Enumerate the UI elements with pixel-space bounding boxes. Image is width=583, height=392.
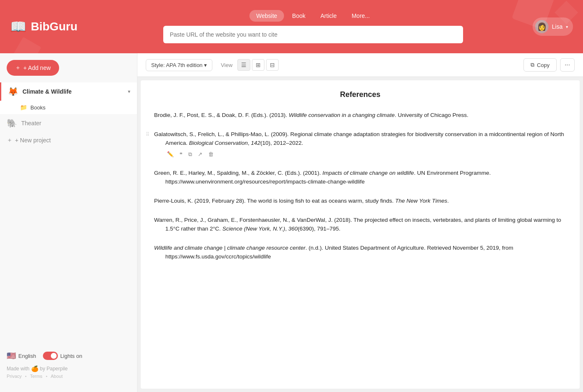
ref-text-5: Warren, R., Price, J., Graham, E., Forst…	[165, 216, 566, 233]
toolbar: Style: APA 7th edition ▾ View ☰ ⊞ ⊟ ⧉ Co…	[137, 53, 583, 77]
flag-icon: 🇺🇸	[7, 351, 16, 360]
terms-link[interactable]: Terms	[30, 374, 42, 379]
logo-text: BibGuru	[31, 20, 77, 33]
made-with-text: Made with	[7, 366, 30, 372]
plus-icon: ＋	[15, 64, 21, 72]
ref-entry-wrapper-6: Wildlife and climate change | climate ch…	[154, 243, 566, 261]
ref-entry-wrapper-5: Warren, R., Price, J., Graham, E., Forst…	[154, 216, 566, 233]
tab-more[interactable]: More...	[345, 10, 376, 22]
copy-icon: ⧉	[531, 62, 534, 68]
lights-toggle[interactable]: Lights on	[43, 352, 82, 360]
quote-ref-button[interactable]: ❝	[178, 150, 184, 159]
ref-text-6: Wildlife and climate change | climate ch…	[165, 243, 566, 261]
ref-text-3: Green, R. E., Harley, M., Spalding, M., …	[165, 169, 566, 186]
project-name-theater: Theater	[21, 120, 41, 127]
sidebar-item-climate-wildlife[interactable]: 🦊 Climate & Wildlife ▾	[0, 82, 137, 101]
about-link[interactable]: About	[51, 374, 63, 379]
table-row: Pierre-Louis, K. (2019, February 28). Th…	[154, 196, 566, 206]
plus-icon: ＋	[7, 136, 12, 144]
language-label: English	[18, 353, 36, 359]
add-new-button[interactable]: ＋ + Add new	[7, 60, 59, 76]
references-panel: References Brodie, J. F., Post, E. S., &…	[141, 80, 580, 389]
search-input[interactable]	[163, 26, 463, 43]
tab-book[interactable]: Book	[286, 10, 312, 22]
footer-links: Privacy • Terms • About	[7, 374, 130, 379]
ref-entry-wrapper-3: Green, R. E., Harley, M., Spalding, M., …	[154, 169, 566, 186]
subitem-books-label: Books	[30, 104, 45, 111]
copy-label: Copy	[537, 62, 549, 68]
sidebar: ＋ + Add new 🦊 Climate & Wildlife ▾ 📁 Boo…	[0, 53, 137, 392]
drag-handle-icon[interactable]: ⠿	[146, 131, 149, 137]
delete-ref-button[interactable]: 🗑	[207, 150, 215, 159]
new-project-button[interactable]: ＋ + New project	[0, 132, 137, 148]
add-new-label: + Add new	[23, 65, 51, 71]
edit-ref-button[interactable]: ✏️	[165, 150, 175, 159]
toggle-pill[interactable]	[43, 352, 58, 360]
made-with-area: Made with 🍊 by Paperpile	[7, 365, 130, 372]
tab-article[interactable]: Article	[314, 10, 344, 22]
ref-text-2: Galatowitsch, S., Frelich, L., & Phillip…	[165, 130, 566, 148]
table-row: Wildlife and climate change | climate ch…	[154, 243, 566, 261]
folder-icon: 📁	[20, 104, 27, 111]
language-button[interactable]: 🇺🇸 English	[7, 351, 36, 360]
ref-text-4: Pierre-Louis, K. (2019, February 28). Th…	[165, 196, 566, 206]
ref-entry-wrapper-4: Pierre-Louis, K. (2019, February 28). Th…	[154, 196, 566, 206]
dot-separator-2: •	[46, 374, 47, 379]
ref-text-1: Brodie, J. F., Post, E. S., & Doak, D. F…	[165, 111, 566, 120]
project-icon-fox: 🦊	[8, 87, 18, 97]
style-label: Style: APA 7th edition	[151, 62, 202, 68]
header-center: Website Book Article More...	[107, 10, 519, 43]
style-select[interactable]: Style: APA 7th edition ▾	[146, 59, 212, 71]
project-name-climate: Climate & Wildlife	[22, 88, 124, 95]
more-options-button[interactable]: ···	[560, 58, 575, 72]
ref-entry-wrapper-1: Brodie, J. F., Post, E. S., & Doak, D. F…	[154, 111, 566, 120]
toolbar-right: ⧉ Copy ···	[523, 58, 575, 72]
lang-toggle-area: 🇺🇸 English Lights on	[7, 351, 130, 360]
copy-button[interactable]: ⧉ Copy	[523, 58, 556, 72]
user-name: Lisa	[552, 23, 563, 30]
dot-separator: •	[25, 374, 27, 379]
table-row: Warren, R., Price, J., Graham, E., Forst…	[154, 216, 566, 233]
table-row: ⠿ Galatowitsch, S., Frelich, L., & Phill…	[154, 130, 566, 159]
sidebar-subitem-books[interactable]: 📁 Books	[0, 101, 137, 114]
sidebar-footer: 🇺🇸 English Lights on Made with 🍊 by Pape…	[0, 345, 137, 385]
logo-area: 📖 BibGuru	[10, 19, 93, 35]
view-label: View	[221, 62, 232, 68]
view-detail-button[interactable]: ⊞	[252, 59, 264, 71]
content-area: Style: APA 7th edition ▾ View ☰ ⊞ ⊟ ⧉ Co…	[137, 53, 583, 392]
header: 📖 BibGuru Website Book Article More... 👩…	[0, 0, 583, 53]
chevron-down-icon: ▾	[566, 25, 568, 29]
by-paperpile-text: by Paperpile	[40, 366, 68, 372]
view-icons: ☰ ⊞ ⊟	[237, 59, 279, 71]
ref-actions-2: ✏️ ❝ ⧉ ↗ 🗑	[165, 150, 566, 159]
chevron-down-icon: ▾	[128, 89, 130, 94]
paperpile-icon: 🍊	[31, 365, 38, 372]
main-layout: ＋ + Add new 🦊 Climate & Wildlife ▾ 📁 Boo…	[0, 53, 583, 392]
open-ref-button[interactable]: ↗	[196, 150, 204, 159]
user-menu[interactable]: 👩 Lisa ▾	[533, 17, 573, 36]
copy-ref-button[interactable]: ⧉	[187, 150, 194, 159]
avatar: 👩	[535, 20, 548, 33]
references-title: References	[154, 90, 566, 99]
chevron-down-icon: ▾	[204, 62, 207, 68]
ref-entry-wrapper-2: ⠿ Galatowitsch, S., Frelich, L., & Phill…	[154, 130, 566, 159]
view-list-button[interactable]: ☰	[237, 59, 250, 71]
privacy-link[interactable]: Privacy	[7, 374, 22, 379]
project-icon-theater: 🐘	[7, 118, 17, 128]
tab-website[interactable]: Website	[249, 10, 284, 22]
logo-icon: 📖	[10, 19, 27, 35]
lights-label: Lights on	[60, 353, 82, 359]
view-compact-button[interactable]: ⊟	[266, 59, 279, 71]
table-row: Brodie, J. F., Post, E. S., & Doak, D. F…	[154, 111, 566, 120]
new-project-label: + New project	[15, 137, 51, 144]
table-row: Green, R. E., Harley, M., Spalding, M., …	[154, 169, 566, 186]
nav-tabs: Website Book Article More...	[249, 10, 376, 22]
sidebar-item-theater[interactable]: 🐘 Theater	[0, 114, 137, 132]
